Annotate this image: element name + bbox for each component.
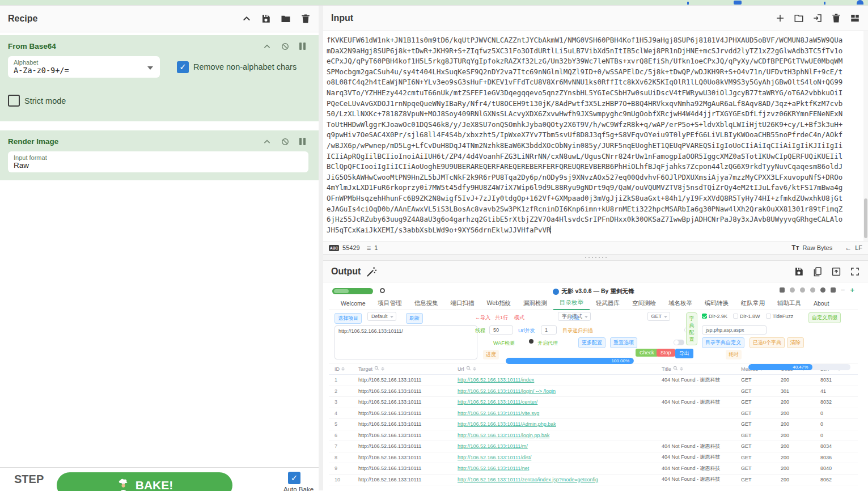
image-tab-信息搜集[interactable]: 信息搜集 <box>408 298 444 310</box>
input-text-line[interactable]: o8L08fC4q2h4tEaWjNPI6N+YLv3eo9sG3sHuF+DK… <box>327 77 862 88</box>
bake-button[interactable]: BAKE! <box>57 472 232 491</box>
cell-url-link[interactable]: http://106.52.166.133:10111/Admin.php.ba… <box>458 421 662 427</box>
column-header-url[interactable]: Url <box>458 366 662 372</box>
table-row[interactable]: 4http://106.52.166.133:10111http://106.5… <box>329 408 858 420</box>
checkbox-icon[interactable] <box>702 314 707 319</box>
io-splitter[interactable] <box>323 254 868 261</box>
input-text-line[interactable]: fKVKEUFW61dW1nk+JN1B11s0m9tD6/kqUtPJWVCN… <box>327 35 862 46</box>
cell-url-link[interactable]: http://106.52.166.133:10111/dist/ <box>458 455 662 460</box>
clear-recipe-trash-icon[interactable] <box>300 14 311 24</box>
input-text-line[interactable]: 50/LzXLlNXKc+7818Z8VpuN+MOJ8Soy409RNlGXN… <box>327 109 862 120</box>
input-text-line[interactable]: q9pwHiv7OeSAC4X0Pr/sjl68ll4F4S4b/xbxzht5… <box>327 130 862 141</box>
save-output-icon[interactable] <box>794 266 804 277</box>
cell-url-link[interactable]: http://106.52.166.133:10111/vite.svg <box>458 410 662 416</box>
collapse-operation-icon[interactable] <box>263 138 271 146</box>
column-header-title[interactable]: Title <box>662 366 741 372</box>
column-header-id[interactable]: ID <box>335 366 358 372</box>
input-text-line[interactable]: 4mYlmJxLXD1FuR6rkoprzy0i7MW5t45dfy9HU8Z4… <box>327 183 862 193</box>
save-recipe-icon[interactable] <box>261 14 271 24</box>
step-button[interactable]: STEP <box>14 473 44 486</box>
strict-mode-checkbox[interactable] <box>8 95 20 107</box>
image-tab-项目管理[interactable]: 项目管理 <box>372 298 408 310</box>
alphabet-select[interactable]: Alphabet A-Za-z0-9+/= <box>8 56 160 78</box>
input-text-line[interactable]: BClQpQFCIooiIgIiICIiAoUoghE9U9UBERAREQER… <box>327 162 862 172</box>
remove-non-alphabet-checkbox[interactable]: ✓ <box>177 61 189 73</box>
breakpoint-pause-icon[interactable] <box>299 43 307 50</box>
cell-url-link[interactable]: http://106.52.166.133:10111/index <box>458 377 662 383</box>
auto-bake-checkbox[interactable]: ✓ <box>288 472 300 484</box>
input-text-line[interactable]: ToUtHHDwWlggrKJoawOc01DQS46k8/y/JeX8SU7o… <box>327 120 862 130</box>
input-scrollbar-thumb[interactable] <box>864 198 867 238</box>
sort-icon[interactable] <box>381 367 384 371</box>
magic-wand-icon[interactable] <box>366 266 378 277</box>
input-text-line[interactable]: eCPxJQ/qPyT60PBH4kof1H5L5rkg8JTURqYgIpfo… <box>327 56 862 67</box>
dict-checkbox-TideFuzz[interactable]: TideFuzz <box>766 314 794 319</box>
table-row[interactable]: 2http://106.52.166.133:10111http://106.5… <box>329 386 858 397</box>
tab-layout-icon[interactable] <box>850 13 860 23</box>
input-format-select[interactable]: Input format Raw <box>8 151 308 172</box>
cell-url-link[interactable]: http://106.52.166.133:10111/zentao/index… <box>458 477 662 482</box>
sort-icon[interactable] <box>680 367 683 371</box>
operation-from-base64[interactable]: From Base64 Alphabet A-Za-z0-9+/= <box>0 35 319 121</box>
table-row[interactable]: 9http://106.52.166.133:10111http://106.5… <box>329 463 858 475</box>
auto-bake-control[interactable]: ✓ Auto Bake <box>283 472 329 491</box>
column-header-target[interactable]: Target <box>358 366 458 372</box>
table-row[interactable]: 8http://106.52.166.133:10111http://106.5… <box>329 452 858 464</box>
image-tab-辅助工具[interactable]: 辅助工具 <box>771 298 807 310</box>
image-tab-编码转换[interactable]: 编码转换 <box>698 298 735 310</box>
add-input-tab-icon[interactable] <box>775 13 785 23</box>
image-tab-Web指纹[interactable]: Web指纹 <box>481 298 517 310</box>
table-row[interactable]: 5http://106.52.166.133:10111http://106.5… <box>329 419 858 430</box>
table-row[interactable]: 3http://106.52.166.133:10111http://106.5… <box>329 397 858 408</box>
operation-render-image[interactable]: Render Image Input format Raw <box>0 130 319 180</box>
image-tab-About[interactable]: About <box>807 298 835 309</box>
sort-icon[interactable] <box>341 367 345 371</box>
breakpoint-pause-icon[interactable] <box>299 138 307 145</box>
search-icon[interactable] <box>673 366 678 372</box>
checkbox-icon[interactable] <box>733 314 738 319</box>
cell-url-link[interactable]: http://106.52.166.133:10111/login.pp.bak <box>458 433 662 438</box>
image-tab-Welcome[interactable]: Welcome <box>335 298 372 309</box>
input-scrollbar[interactable] <box>863 31 868 241</box>
cell-url-link[interactable]: http://106.52.166.133:10111/m/ <box>458 443 662 449</box>
cell-url-link[interactable]: http://106.52.166.133:10111/center/ <box>458 399 662 405</box>
table-row[interactable]: 6http://106.52.166.133:10111http://106.5… <box>329 430 858 442</box>
cell-url-link[interactable]: http://106.52.166.133:10111/login/ --> /… <box>458 388 662 394</box>
image-tab-端口扫描[interactable]: 端口扫描 <box>444 298 481 310</box>
disable-operation-icon[interactable] <box>281 138 289 146</box>
input-textarea[interactable]: fKVKEUFW61dW1nk+JN1B11s0m9tD6/kqUtPJWVCN… <box>323 31 868 241</box>
eol-value[interactable]: LF <box>855 244 862 251</box>
clear-io-trash-icon[interactable] <box>831 13 841 23</box>
input-text-line[interactable]: OFnWPMbHsqzehHhunFc6B9ZK2N8wigf5IvJ+7zJI… <box>327 193 862 204</box>
image-tab-空间测绘[interactable]: 空间测绘 <box>626 298 662 310</box>
image-tab-轻武器库[interactable]: 轻武器库 <box>590 298 626 310</box>
input-text-line[interactable]: JiG5O5kAWHwCwooMtPN9HnZL5bJMTcNkF2k9R6rP… <box>327 172 862 183</box>
sort-icon[interactable] <box>473 367 476 371</box>
checkbox-icon[interactable] <box>766 314 771 319</box>
dict-checkbox-Dir-2.9K[interactable]: Dir-2.9K <box>702 314 727 319</box>
open-folder-icon[interactable] <box>794 13 804 23</box>
search-icon[interactable] <box>374 366 379 372</box>
input-text-line[interactable]: Narq3VTo/YZHHEzy442cmtuT66nUk/mtZSFEF1eG… <box>327 88 862 99</box>
image-tab-红队常用[interactable]: 红队常用 <box>735 298 771 310</box>
image-tab-漏洞检测[interactable]: 漏洞检测 <box>517 298 553 310</box>
dict-checkbox-Dir-1.8W[interactable]: Dir-1.8W <box>733 314 760 319</box>
open-file-icon[interactable] <box>812 13 823 23</box>
cell-url-link[interactable]: http://106.52.166.133:10111/net <box>458 465 662 471</box>
input-text-line[interactable]: /wBJX6p/wPwnep/mD5Lg+LfCvDuH8DqJ4TNm2Nzh… <box>327 141 862 151</box>
collapse-operation-icon[interactable] <box>263 43 271 50</box>
collapse-recipe-icon[interactable] <box>242 14 251 24</box>
table-row[interactable]: 10http://106.52.166.133:10111http://106.… <box>329 475 858 486</box>
table-row[interactable]: 7http://106.52.166.133:10111http://106.5… <box>329 441 858 452</box>
maximise-output-icon[interactable] <box>850 266 860 277</box>
copy-output-icon[interactable] <box>812 266 823 277</box>
load-recipe-folder-icon[interactable] <box>281 14 291 24</box>
table-row[interactable]: 1http://106.52.166.133:10111http://106.5… <box>329 375 858 386</box>
input-text-line[interactable]: ICIiApRQgIilBCIioInoiAiIUH6t/ZP4/4d4Voan… <box>327 151 862 162</box>
splitter-grip[interactable] <box>584 256 608 259</box>
disable-operation-icon[interactable] <box>281 43 289 50</box>
character-encoding-value[interactable]: Raw Bytes <box>803 244 833 251</box>
input-text-line[interactable]: 6jHz55JcRZuby63uug9Z4A8aU3g6o4garhzq2Gti… <box>327 214 862 225</box>
input-text-line[interactable]: JH5qTCxKaiJkXEMI/s3abbXsbLWd9o+9XYS6drnE… <box>327 225 862 236</box>
input-text-line[interactable]: SPMocbgm2gaCSuh4u/sy4t404LHxSuqKeSF9Q2nD… <box>327 67 862 78</box>
